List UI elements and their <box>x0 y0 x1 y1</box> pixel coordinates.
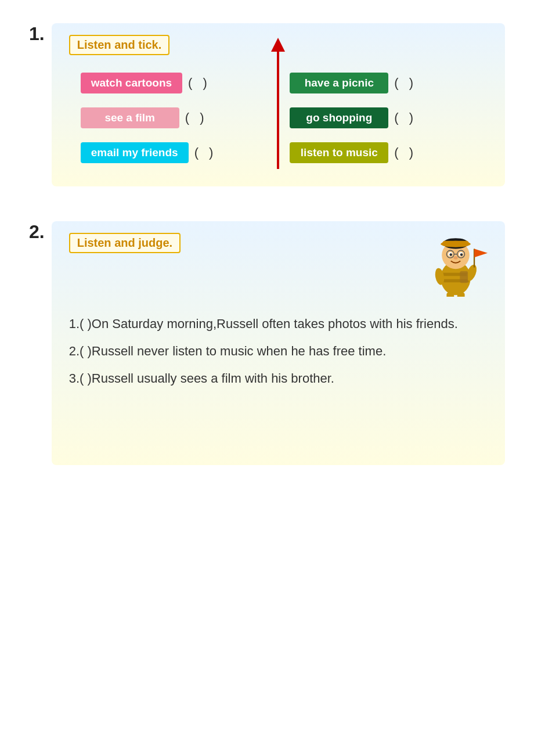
section2-number: 2. <box>29 221 45 243</box>
activity-row-music: listen to music ( ) <box>290 142 476 163</box>
section2-instruction: Listen and judge. <box>69 233 181 253</box>
svg-rect-18 <box>457 293 465 297</box>
watch-cartoons-label: watch cartoons <box>81 73 182 93</box>
see-a-film-parens: ( ) <box>185 110 208 125</box>
divider-line <box>277 49 279 169</box>
svg-rect-23 <box>442 241 469 246</box>
sentence-3-text: 3.( )Russell usually sees a film with hi… <box>69 371 334 386</box>
left-column: watch cartoons ( ) see a film ( ) email … <box>69 67 279 169</box>
section1: 1. Listen and tick. watch cartoons ( ) s… <box>29 23 505 186</box>
section1-number: 1. <box>29 23 45 45</box>
svg-point-8 <box>460 253 463 256</box>
sentence-3: 3.( )Russell usually sees a film with hi… <box>69 369 488 388</box>
activity-row-see-a-film: see a film ( ) <box>81 107 267 128</box>
section2-header: Listen and judge. <box>69 233 488 297</box>
section2: 2. Listen and judge. <box>29 221 505 465</box>
russell-svg-icon <box>424 233 488 297</box>
svg-point-7 <box>449 253 452 256</box>
go-shopping-label: go shopping <box>290 107 388 128</box>
sentence-1: 1.( )On Saturday morning,Russell often t… <box>69 314 488 333</box>
activity-row-email-friends: email my friends ( ) <box>81 142 267 163</box>
see-a-film-label: see a film <box>81 107 179 128</box>
section1-box: Listen and tick. watch cartoons ( ) see … <box>52 23 505 186</box>
activity-row-shopping: go shopping ( ) <box>290 107 476 128</box>
activity-row-watch-cartoons: watch cartoons ( ) <box>81 73 267 93</box>
email-friends-label: email my friends <box>81 142 189 163</box>
sentence-2: 2.( )Russell never listen to music when … <box>69 341 488 361</box>
listen-music-label: listen to music <box>290 142 388 163</box>
activity-row-picnic: have a picnic ( ) <box>290 73 476 93</box>
svg-rect-21 <box>460 271 468 283</box>
email-friends-parens: ( ) <box>194 145 217 160</box>
have-picnic-label: have a picnic <box>290 73 388 93</box>
sentence-2-text: 2.( )Russell never listen to music when … <box>69 344 387 358</box>
go-shopping-parens: ( ) <box>394 110 417 125</box>
section1-instruction: Listen and tick. <box>69 35 170 55</box>
section1-grid: watch cartoons ( ) see a film ( ) email … <box>69 67 488 169</box>
sentence-list: 1.( )On Saturday morning,Russell often t… <box>69 314 488 388</box>
svg-rect-17 <box>446 293 454 297</box>
svg-marker-16 <box>474 249 488 258</box>
divider-arrow-icon <box>271 38 285 52</box>
sentence-1-text: 1.( )On Saturday morning,Russell often t… <box>69 316 458 331</box>
have-picnic-parens: ( ) <box>394 75 417 91</box>
right-column: have a picnic ( ) go shopping ( ) listen… <box>278 67 488 169</box>
section2-box: Listen and judge. <box>52 221 505 465</box>
listen-music-parens: ( ) <box>394 145 417 160</box>
watch-cartoons-parens: ( ) <box>188 75 211 91</box>
svg-point-9 <box>453 256 457 260</box>
russell-character <box>424 233 488 297</box>
